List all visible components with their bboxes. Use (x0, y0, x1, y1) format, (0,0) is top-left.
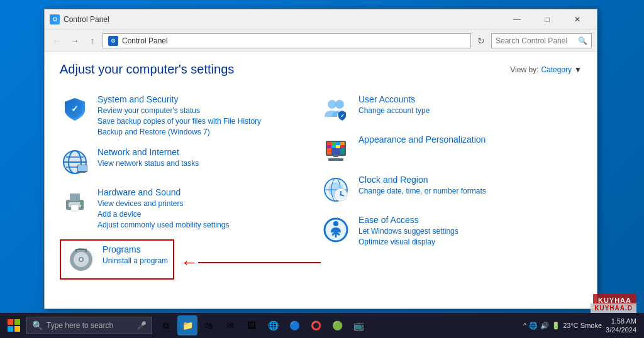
content-header: Adjust your computer's settings View by:… (60, 62, 582, 77)
ease-access-title[interactable]: Ease of Access (358, 215, 582, 225)
volume-icon: 🔊 (540, 322, 549, 330)
up-button[interactable]: ↑ (85, 33, 100, 48)
right-column: ✓ User Accounts Change account type (321, 89, 582, 280)
svg-rect-29 (327, 145, 331, 148)
hardware-sound-icon (60, 187, 90, 217)
svg-rect-33 (327, 148, 331, 155)
svg-point-19 (328, 100, 336, 109)
programs-link-1[interactable]: Uninstall a program (103, 256, 168, 266)
hardware-sound-link-2[interactable]: Add a device (97, 209, 321, 220)
svg-point-14 (80, 202, 82, 205)
taskbar-chrome2[interactable]: ⭕ (306, 315, 326, 335)
category-user-accounts: ✓ User Accounts Change account type (321, 89, 582, 129)
clock-date: 3/24/2024 (606, 325, 636, 334)
network-internet-icon (60, 147, 90, 177)
close-button[interactable]: ✕ (563, 11, 592, 28)
clock-region-link-1[interactable]: Change date, time, or number formats (358, 186, 582, 197)
svg-rect-31 (336, 145, 340, 148)
network-internet-title[interactable]: Network and Internet (97, 147, 321, 157)
svg-rect-13 (71, 205, 79, 211)
taskbar-app1[interactable]: 📺 (348, 315, 369, 335)
programs-row: Programs Uninstall a program ← (60, 239, 321, 280)
svg-rect-12 (70, 194, 80, 201)
user-accounts-link-1[interactable]: Change account type (358, 106, 582, 116)
windows-logo (8, 319, 20, 332)
user-accounts-icon: ✓ (321, 94, 351, 124)
system-security-icon: ✓ (60, 94, 90, 124)
path-icon: ⚙ (108, 36, 118, 46)
left-column: ✓ System and Security Review your comput… (60, 89, 321, 280)
svg-rect-25 (327, 142, 331, 145)
ease-access-link-1[interactable]: Let Windows suggest settings (358, 226, 582, 237)
ease-access-text: Ease of Access Let Windows suggest setti… (358, 215, 582, 248)
taskbar-mail[interactable]: ✉ (220, 315, 240, 335)
search-box[interactable]: 🔍 (491, 33, 592, 48)
taskbar-explorer[interactable]: 📁 (177, 315, 197, 335)
refresh-button[interactable]: ↻ (474, 33, 489, 48)
taskbar-chrome3[interactable]: 🟢 (327, 315, 347, 335)
user-accounts-title[interactable]: User Accounts (358, 94, 582, 104)
hardware-sound-link-3[interactable]: Adjust commonly used mobility settings (97, 220, 321, 231)
svg-rect-34 (331, 148, 340, 155)
battery-icon: 🔋 (552, 322, 560, 330)
svg-text:✓: ✓ (340, 113, 345, 119)
desktop: ⚙ Control Panel — □ ✕ ← → ↑ ⚙ Control Pa… (0, 0, 644, 338)
hardware-sound-title[interactable]: Hardware and Sound (97, 187, 321, 197)
taskbar-store[interactable]: 🛍 (199, 315, 219, 335)
search-input[interactable] (496, 36, 578, 45)
taskbar-taskview[interactable]: ⧉ (156, 315, 176, 335)
window-controls: — □ ✕ (502, 11, 592, 28)
category-clock-region: Clock and Region Change date, time, or n… (321, 170, 582, 210)
svg-point-48 (340, 194, 342, 196)
page-title: Adjust your computer's settings (60, 62, 234, 77)
address-path[interactable]: ⚙ Control Panel (103, 33, 471, 48)
ease-access-link-2[interactable]: Optimize visual display (358, 237, 582, 248)
category-network-internet: Network and Internet View network status… (60, 142, 321, 182)
system-security-link-2[interactable]: Save backup copies of your files with Fi… (97, 116, 321, 127)
start-button[interactable] (3, 314, 25, 337)
weather-text: 23°C Smoke (563, 322, 602, 329)
taskbar-edge[interactable]: 🌐 (263, 315, 283, 335)
system-tray: ^ 🌐 🔊 🔋 23°C Smoke (523, 322, 602, 330)
logo-q2 (14, 319, 20, 325)
forward-button[interactable]: → (67, 33, 82, 48)
taskbar-chrome[interactable]: 🔵 (284, 315, 304, 335)
viewby-label: View by: (510, 65, 538, 74)
back-button[interactable]: ← (50, 33, 65, 48)
clock[interactable]: 1:58 AM 3/24/2024 (606, 317, 636, 335)
search-icon: 🔍 (578, 36, 587, 45)
programs-title[interactable]: Programs (103, 244, 168, 254)
red-arrow-icon: ← (180, 254, 198, 271)
window-icon: ⚙ (50, 14, 60, 25)
chevron-down-icon: ▼ (574, 65, 582, 74)
logo-q3 (8, 326, 13, 332)
svg-text:✓: ✓ (71, 104, 79, 114)
programs-text: Programs Uninstall a program (103, 244, 168, 266)
taskbar-search-box[interactable]: 🔍 Type here to search 🎤 (26, 317, 152, 334)
system-security-link-3[interactable]: Backup and Restore (Windows 7) (97, 127, 321, 138)
hardware-sound-link-1[interactable]: View devices and printers (97, 199, 321, 209)
tray-chevron[interactable]: ^ (523, 322, 526, 329)
view-by-control: View by: Category ▼ (510, 65, 582, 74)
taskbar-photos[interactable]: 🖼 (242, 315, 262, 335)
taskbar-right: ^ 🌐 🔊 🔋 23°C Smoke 1:58 AM 3/24/2024 (523, 317, 641, 335)
programs-highlight-box: Programs Uninstall a program (60, 239, 174, 280)
system-security-title[interactable]: System and Security (97, 94, 321, 104)
appearance-title[interactable]: Appearance and Personalization (358, 134, 582, 144)
svg-rect-28 (340, 142, 345, 145)
maximize-button[interactable]: □ (533, 11, 562, 28)
clock-region-icon (321, 175, 351, 205)
svg-point-20 (335, 100, 344, 109)
system-security-link-1[interactable]: Review your computer's status (97, 106, 321, 116)
hardware-sound-text: Hardware and Sound View devices and prin… (97, 187, 321, 230)
path-text: Control Panel (122, 36, 168, 45)
clock-region-text: Clock and Region Change date, time, or n… (358, 175, 582, 197)
network-internet-link-1[interactable]: View network status and tasks (97, 158, 321, 169)
clock-region-title[interactable]: Clock and Region (358, 175, 582, 185)
user-accounts-text: User Accounts Change account type (358, 94, 582, 116)
taskbar-search-icon: 🔍 (32, 320, 43, 330)
minimize-button[interactable]: — (502, 11, 531, 28)
system-security-text: System and Security Review your computer… (97, 94, 321, 137)
category-appearance: Appearance and Personalization (321, 129, 582, 170)
viewby-value[interactable]: Category (541, 65, 572, 74)
